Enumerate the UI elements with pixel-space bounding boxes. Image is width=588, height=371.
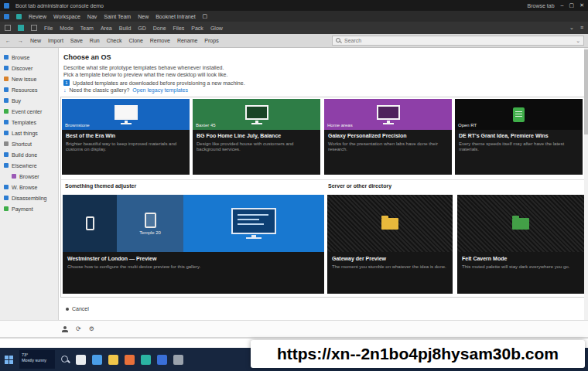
menu-item-saint-team[interactable]: Saint Team: [104, 14, 131, 19]
user-icon[interactable]: [62, 326, 68, 332]
sidebar-item-event-center[interactable]: Event center: [0, 106, 58, 117]
search-chevron-icon[interactable]: ⌄: [576, 38, 580, 44]
toolbar-remove-button[interactable]: Remove: [150, 38, 170, 43]
phone-preview: [63, 195, 117, 252]
tablet-label: Temple 20: [139, 230, 161, 235]
menu-item-new[interactable]: New: [138, 14, 149, 19]
start-button[interactable]: [5, 356, 13, 364]
weather-widget[interactable]: 73° Mostly sunny: [19, 350, 55, 369]
menu-item-review[interactable]: Review: [29, 14, 46, 19]
tab-square-icon-2[interactable]: [31, 25, 37, 31]
directory-card-1[interactable]: Gateway der Preview The moment you stumb…: [327, 195, 453, 294]
tab-square-active-icon[interactable]: [18, 25, 24, 31]
sidebar-item-buy[interactable]: Buy: [0, 95, 58, 106]
sidebar-item-label: Build done: [12, 152, 37, 158]
sidebar-item-label: Elsewhere: [12, 163, 37, 168]
section-header-themed: Something themed adjuster: [65, 183, 136, 189]
sidebar-item-build-done[interactable]: Build done: [0, 149, 58, 160]
sidebar-item-resources[interactable]: Resources: [0, 84, 58, 95]
featured-desc: Choose how to configure the multi device…: [67, 264, 320, 270]
gear-icon[interactable]: ⚙: [89, 325, 94, 332]
taskbar-icon-firefox[interactable]: [125, 355, 135, 365]
maximize-button[interactable]: ▢: [569, 2, 575, 9]
tab-pack[interactable]: Pack: [191, 26, 203, 31]
taskbar-icon-edge-browser[interactable]: [92, 355, 102, 365]
forward-icon[interactable]: →: [18, 38, 23, 43]
status-bar: ⟳ ⚙: [0, 320, 588, 337]
template-preview: Baxter 45: [193, 99, 320, 130]
taskbar-icon-store[interactable]: [141, 355, 151, 365]
toolbar-clone-button[interactable]: Clone: [129, 38, 143, 43]
weather-temp: 73°: [22, 352, 53, 358]
bullet-icon: [66, 308, 69, 311]
tab-gd[interactable]: GD: [138, 26, 146, 31]
back-icon[interactable]: ←: [5, 38, 11, 43]
sidebar-item-label: Resources: [12, 87, 37, 93]
taskbar-icon-notepad[interactable]: [76, 355, 86, 365]
sidebar-item-disassembling[interactable]: Disassembling: [0, 192, 58, 203]
taskbar-icon-file-explorer[interactable]: [108, 355, 118, 365]
sidebar-item-templates[interactable]: Templates: [0, 117, 58, 128]
minimize-button[interactable]: –: [561, 2, 564, 9]
tab-mode[interactable]: Mode: [60, 26, 74, 31]
sidebar-icon: [4, 163, 9, 168]
tab-done[interactable]: Done: [153, 26, 166, 31]
template-preview: Home areas: [324, 99, 452, 130]
toolbar-run-button[interactable]: Run: [90, 38, 100, 43]
scrollbar-thumb[interactable]: [584, 49, 588, 134]
featured-theme-card[interactable]: Temple 20 Westminster of London — Previe…: [63, 195, 324, 294]
taskbar-icon-settings[interactable]: [173, 355, 183, 365]
tab-area[interactable]: Area: [101, 26, 112, 31]
sidebar-item-last-things[interactable]: Last things: [0, 128, 58, 138]
sidebar-item-discover[interactable]: Discover: [0, 63, 58, 73]
cancel-row[interactable]: Cancel: [66, 306, 89, 311]
toolbar-import-button[interactable]: Import: [48, 38, 63, 43]
sidebar-item-browser[interactable]: Browser: [0, 171, 58, 182]
tab-team[interactable]: Team: [80, 26, 94, 31]
tab-files[interactable]: Files: [173, 26, 185, 31]
taskbar-icon-mail[interactable]: [157, 355, 167, 365]
template-preview: Open RT: [455, 99, 583, 130]
sidebar-item-browse[interactable]: Browse: [0, 52, 58, 63]
sidebar-item-label: Last things: [12, 131, 38, 136]
refresh-icon[interactable]: ⟳: [76, 325, 81, 332]
tablet-icon: [145, 213, 156, 228]
toolbar-save-button[interactable]: Save: [70, 38, 83, 43]
os-template-card-1[interactable]: Brownstone Best of the Era Win Brighter …: [62, 99, 190, 175]
tab-build[interactable]: Build: [119, 26, 132, 31]
legacy-templates-link[interactable]: Open legacy templates: [132, 87, 188, 93]
sidebar-icon: [4, 87, 9, 92]
tab-file[interactable]: File: [44, 26, 53, 31]
sidebar-icon: [4, 120, 9, 124]
toolbar: ← → New Import Save Run Check Clone Remo…: [0, 34, 588, 48]
window-glyph-icon[interactable]: ▢: [203, 13, 208, 19]
directory-card-2[interactable]: Felt Cavern Mode This muted palette will…: [457, 195, 584, 294]
toolbar-rename-button[interactable]: Rename: [177, 38, 197, 43]
os-template-card-4[interactable]: Open RT DE RT's Grant Idea, Premiere Win…: [455, 99, 583, 175]
menu-icon[interactable]: ≡: [580, 25, 583, 31]
toolbar-new-button[interactable]: New: [30, 38, 41, 43]
search-input[interactable]: [344, 38, 573, 43]
chevron-down-icon[interactable]: ⌄: [569, 25, 574, 31]
toolbar-check-button[interactable]: Check: [107, 38, 122, 43]
cancel-link[interactable]: Cancel: [72, 306, 89, 311]
sidebar-item-payment[interactable]: Payment: [0, 203, 58, 214]
close-button[interactable]: ✕: [579, 2, 584, 9]
toolbar-props-button[interactable]: Props: [204, 38, 218, 43]
tab-glow[interactable]: Glow: [210, 26, 223, 31]
sidebar-item-label: Payment: [12, 206, 33, 212]
menu-item-workspace[interactable]: Workspace: [53, 14, 80, 19]
menu-item-intranet[interactable]: Booknet Intranet: [156, 14, 195, 19]
sidebar-item-new-issue[interactable]: New issue: [0, 73, 58, 84]
sidebar-item-shortcut[interactable]: Shortcut: [0, 138, 58, 149]
sidebar-icon: [4, 185, 9, 189]
taskbar-search-icon[interactable]: [61, 356, 70, 364]
sidebar-item-elsewhere[interactable]: Elsewhere: [0, 160, 58, 171]
menu-item-nav[interactable]: Nav: [87, 14, 97, 19]
os-template-card-3[interactable]: Home areas Galaxy Personalized Precision…: [324, 99, 452, 175]
os-template-card-2[interactable]: Baxter 45 BG Foo Home Line July, Balance…: [193, 99, 320, 175]
tab-square-icon[interactable]: [5, 25, 11, 31]
sidebar-item-w-browse[interactable]: W. Browse: [0, 182, 58, 192]
intro-line-2: Pick a template below to preview what th…: [63, 71, 227, 78]
sidebar-icon: [4, 152, 9, 157]
